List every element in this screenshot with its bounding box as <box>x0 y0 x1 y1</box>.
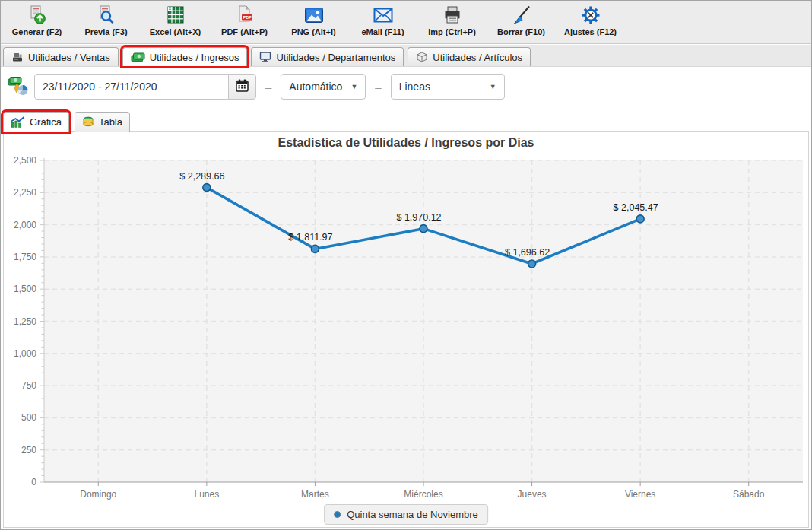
toolbar-button-label: PDF (Alt+P) <box>221 27 268 36</box>
toolbar-button-png-alt-i[interactable]: PNG (Alt+I) <box>279 1 348 43</box>
toolbar-button-excel-alt-x[interactable]: XExcel (Alt+X) <box>141 1 210 43</box>
svg-text:1,750: 1,750 <box>14 252 36 262</box>
svg-text:Viernes: Viernes <box>625 489 655 500</box>
tab-label: Utilidades / Ingresos <box>150 52 239 63</box>
toolbar-button-generar-f2[interactable]: Generar (F2) <box>2 1 71 43</box>
svg-text:Lunes: Lunes <box>195 489 220 500</box>
tab-utilidades-ingresos[interactable]: Utilidades / Ingresos <box>122 47 248 66</box>
svg-text:Domingo: Domingo <box>80 489 116 500</box>
toolbar-button-imp-ctrl-p[interactable]: Imp (Ctrl+P) <box>417 1 487 43</box>
cash-register-icon <box>11 51 24 63</box>
svg-text:1,250: 1,250 <box>14 316 36 327</box>
tab-label: Utilidades / Departamentos <box>276 52 395 63</box>
svg-text:0: 0 <box>31 477 36 487</box>
toolbar-button-label: Excel (Alt+X) <box>150 27 201 36</box>
svg-text:Sábado: Sábado <box>733 489 765 500</box>
tabla-icon <box>82 116 94 129</box>
clear-icon <box>511 4 532 27</box>
money-icon <box>131 52 145 63</box>
toolbar-button-label: Previa (F3) <box>84 27 127 36</box>
legend-label: Quinta semana de Noviembre <box>347 509 478 520</box>
line-chart: 02505007501,0001,2501,5001,7502,0002,250… <box>4 152 810 503</box>
view-tab-label: Tabla <box>99 116 122 128</box>
pdf-icon: PDF <box>234 4 255 27</box>
separator-dash: – <box>265 81 271 94</box>
svg-text:Jueves: Jueves <box>518 489 547 500</box>
date-range-input[interactable] <box>34 74 229 100</box>
svg-text:500: 500 <box>21 412 36 423</box>
chevron-down-icon: ▼ <box>490 83 496 90</box>
svg-text:2,000: 2,000 <box>14 220 36 230</box>
chevron-down-icon: ▼ <box>350 83 357 90</box>
grouping-dropdown-value: Automático <box>289 81 342 93</box>
date-range-group <box>34 74 256 100</box>
settings-icon <box>580 4 601 27</box>
generate-icon <box>27 4 48 27</box>
png-icon <box>303 4 325 27</box>
tab-label: Utilidades / Ventas <box>28 52 110 63</box>
app-window: Generar (F2)Previa (F3)XExcel (Alt+X)PDF… <box>0 0 812 530</box>
svg-text:$ 1,970.12: $ 1,970.12 <box>396 212 441 223</box>
toolbar-button-previa-f3[interactable]: Previa (F3) <box>71 1 141 43</box>
view-tabs: GráficaTabla <box>3 109 135 132</box>
svg-text:$ 2,045.47: $ 2,045.47 <box>614 202 658 213</box>
excel-icon: X <box>165 4 186 27</box>
toolbar-button-label: PNG (Alt+I) <box>291 27 335 36</box>
tab-utilidades-art-culos[interactable]: Utilidades / Artículos <box>408 47 531 66</box>
svg-text:2,250: 2,250 <box>14 187 36 198</box>
tab-label: Utilidades / Artículos <box>433 52 522 63</box>
svg-text:2,500: 2,500 <box>14 155 36 166</box>
svg-text:$ 1,811.97: $ 1,811.97 <box>288 232 332 243</box>
toolbar-button-label: Borrar (F10) <box>497 27 545 36</box>
grouping-dropdown[interactable]: Automático ▼ <box>281 74 366 100</box>
svg-text:PDF: PDF <box>243 15 252 20</box>
chart-type-dropdown[interactable]: Lineas ▼ <box>391 74 505 100</box>
grafica-icon <box>11 116 25 128</box>
calendar-icon <box>235 78 249 95</box>
legend-marker-icon <box>334 511 341 518</box>
svg-text:Martes: Martes <box>301 489 329 500</box>
svg-text:1,000: 1,000 <box>14 348 36 359</box>
email-icon <box>373 4 394 27</box>
legend[interactable]: Quinta semana de Noviembre <box>324 504 488 525</box>
view-tab-tabla[interactable]: Tabla <box>75 112 130 132</box>
money-stats-icon <box>7 75 30 98</box>
view-tab-gr-fica[interactable]: Gráfica <box>3 112 69 132</box>
svg-text:$ 1,696.62: $ 1,696.62 <box>505 247 550 258</box>
separator-dash: – <box>375 81 381 94</box>
monitor-icon <box>259 51 271 63</box>
box-icon <box>416 51 428 63</box>
toolbar-button-label: Imp (Ctrl+P) <box>428 27 476 36</box>
chart-type-dropdown-value: Lineas <box>399 81 430 93</box>
filter-row: – Automático ▼ – Lineas ▼ <box>7 73 505 100</box>
toolbar: Generar (F2)Previa (F3)XExcel (Alt+X)PDF… <box>1 1 811 44</box>
tab-bar: Utilidades / VentasUtilidades / Ingresos… <box>1 45 811 67</box>
chart-panel: Estadística de Utilidades / Ingresos por… <box>3 131 809 528</box>
svg-text:1,500: 1,500 <box>14 284 36 294</box>
tab-utilidades-departamentos[interactable]: Utilidades / Departamentos <box>251 47 404 66</box>
svg-text:$ 2,289.66: $ 2,289.66 <box>179 171 224 182</box>
toolbar-button-label: Generar (F2) <box>12 27 62 36</box>
toolbar-button-pdf-alt-p[interactable]: PDFPDF (Alt+P) <box>210 1 279 43</box>
toolbar-button-email-f11[interactable]: eMail (F11) <box>348 1 417 43</box>
view-tab-label: Gráfica <box>30 116 62 128</box>
svg-text:750: 750 <box>21 380 36 391</box>
svg-text:Miércoles: Miércoles <box>404 489 442 500</box>
calendar-button[interactable] <box>228 74 256 100</box>
toolbar-button-borrar-f10[interactable]: Borrar (F10) <box>487 1 556 43</box>
toolbar-button-label: eMail (F11) <box>361 27 404 36</box>
tab-utilidades-ventas[interactable]: Utilidades / Ventas <box>3 47 119 66</box>
svg-text:250: 250 <box>21 445 36 455</box>
preview-icon <box>96 4 117 27</box>
chart-title: Estadística de Utilidades / Ingresos por… <box>4 136 808 150</box>
print-icon <box>442 4 463 27</box>
toolbar-button-ajustes-f12[interactable]: Ajustes (F12) <box>556 1 625 43</box>
toolbar-button-label: Ajustes (F12) <box>564 27 617 36</box>
